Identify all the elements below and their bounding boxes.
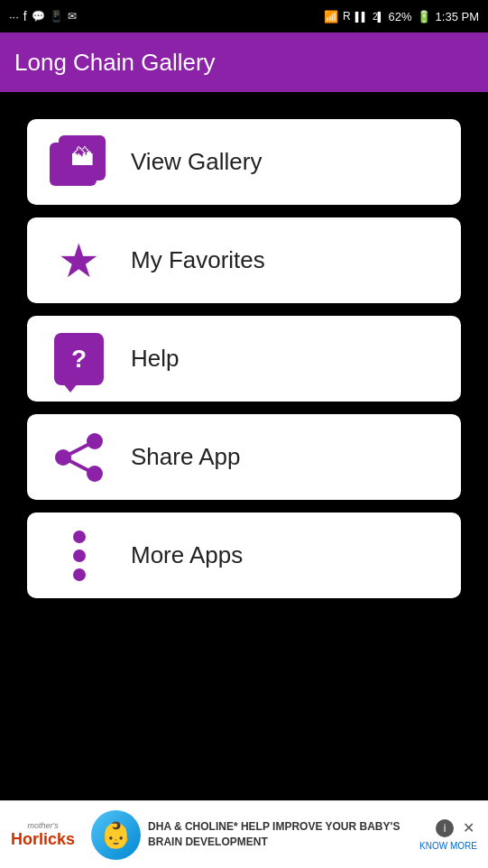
my-favorites-label: My Favorites (131, 246, 265, 274)
dot-3 (73, 568, 86, 581)
more-dots-icon (73, 531, 86, 581)
status-left-icons: ··· f 💬 📱 ✉ (9, 9, 77, 23)
share-app-label: Share App (131, 443, 240, 471)
help-button[interactable]: ? Help (27, 316, 461, 402)
ad-logo: mother's Horlicks (11, 821, 75, 849)
app-title: Long Chain Gallery (14, 49, 216, 77)
main-menu: 🏔 View Gallery ★ My Favorites ? Help (0, 101, 488, 616)
ad-top-actions: i ✕ (436, 819, 477, 837)
ad-close-icon[interactable]: ✕ (459, 819, 477, 837)
more-apps-label: More Apps (131, 541, 243, 569)
star-icon-wrap: ★ (45, 237, 113, 284)
help-question-mark: ? (71, 345, 87, 374)
ad-banner: mother's Horlicks 👶 DHA & CHOLINE* HELP … (0, 800, 488, 868)
gallery-icon: 🏔 (50, 135, 108, 189)
app-bar: Long Chain Gallery (0, 32, 488, 92)
svg-line-4 (63, 457, 95, 474)
ad-headline: DHA & CHOLINE* HELP IMPROVE YOUR BABY'S … (148, 819, 419, 850)
ad-cta[interactable]: KNOW MORE (419, 841, 477, 851)
battery-text: 62% (389, 10, 412, 23)
dot-1 (73, 531, 86, 543)
ad-brand: Horlicks (11, 830, 75, 849)
status-bar: ··· f 💬 📱 ✉ 📶 R ▌▌ 2▌ 62% 🔋 1:35 PM (0, 0, 488, 32)
more-icon-wrap (45, 531, 113, 581)
sim2-icon: 2▌ (373, 12, 384, 22)
ad-headline-text: DHA & CHOLINE* HELP IMPROVE YOUR BABY'S … (148, 820, 400, 848)
signal-icon: R (343, 10, 351, 23)
star-icon: ★ (58, 237, 100, 284)
messenger-icon: ✉ (68, 10, 77, 23)
svg-line-3 (63, 441, 95, 457)
menu-dots-icon: ··· (9, 10, 19, 23)
dot-2 (73, 549, 86, 562)
gallery-icon-wrap: 🏔 (45, 135, 113, 189)
battery-icon: 🔋 (417, 10, 431, 23)
help-label: Help (131, 345, 179, 373)
share-icon (50, 430, 108, 485)
status-right-icons: 📶 R ▌▌ 2▌ 62% 🔋 1:35 PM (324, 10, 479, 23)
view-gallery-label: View Gallery (131, 148, 262, 176)
time-display: 1:35 PM (436, 10, 479, 23)
share-app-button[interactable]: Share App (27, 414, 461, 500)
ad-info-icon[interactable]: i (436, 819, 454, 837)
help-icon-wrap: ? (45, 333, 113, 385)
help-icon: ? (54, 333, 104, 385)
view-gallery-button[interactable]: 🏔 View Gallery (27, 119, 461, 205)
gallery-image-icon: 🏔 (70, 143, 94, 171)
ad-baby-icon: 👶 (100, 820, 132, 850)
wifi-icon: 📶 (324, 10, 338, 23)
ad-actions: i ✕ KNOW MORE (419, 819, 477, 851)
ad-logo-top: mother's (27, 821, 58, 830)
whatsapp-icon: 📱 (50, 10, 63, 23)
my-favorites-button[interactable]: ★ My Favorites (27, 217, 461, 303)
ad-image: 👶 (91, 810, 141, 860)
bars-icon: ▌▌ (355, 12, 368, 22)
facebook-icon: f (23, 9, 27, 23)
share-icon-wrap (45, 430, 113, 485)
message-icon: 💬 (32, 10, 45, 23)
more-apps-button[interactable]: More Apps (27, 512, 461, 598)
